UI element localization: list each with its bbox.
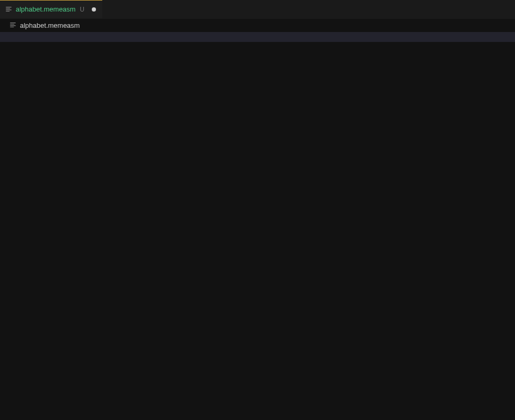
tab-label: alphabet.memeasm bbox=[16, 5, 76, 13]
scm-status-badge: U bbox=[80, 6, 84, 13]
editor-tab[interactable]: alphabet.memeasm U bbox=[0, 0, 102, 18]
unsaved-indicator-icon[interactable] bbox=[92, 7, 96, 12]
editor-content[interactable] bbox=[27, 31, 515, 420]
gutter: 1 bbox=[0, 31, 27, 420]
file-icon bbox=[9, 21, 17, 29]
tab-bar: alphabet.memeasm U bbox=[0, 0, 515, 19]
editor-line[interactable] bbox=[27, 31, 515, 41]
editor[interactable]: 1 bbox=[0, 31, 515, 420]
breadcrumb-label: alphabet.memeasm bbox=[20, 21, 80, 29]
breadcrumb[interactable]: alphabet.memeasm bbox=[0, 19, 515, 31]
file-icon bbox=[5, 6, 13, 13]
